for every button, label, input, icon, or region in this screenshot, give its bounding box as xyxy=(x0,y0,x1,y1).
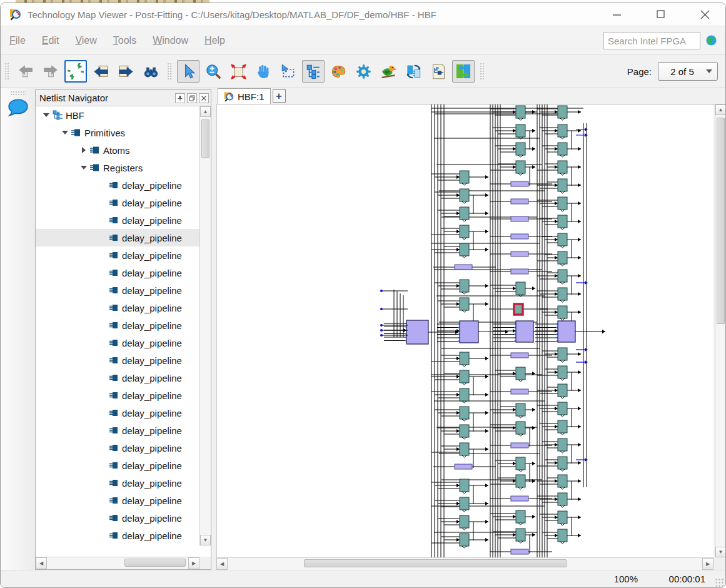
close-button[interactable] xyxy=(690,5,719,24)
navigator-horizontal-scrollbar[interactable]: ◀ ▶ xyxy=(36,557,199,569)
schematic-page-icon xyxy=(430,63,447,80)
canvas-scroll-left-button[interactable]: ◀ xyxy=(216,558,228,570)
expander-open-icon[interactable] xyxy=(41,113,52,117)
scroll-down-button[interactable]: ▼ xyxy=(200,535,211,545)
navigator-title: Netlist Navigator xyxy=(39,93,175,103)
canvas-scroll-right-button[interactable]: ▶ xyxy=(702,558,713,570)
tree-item-label: delay_pipeline xyxy=(122,460,182,471)
tree-item-delay_pipeline[interactable]: delay_pipeline xyxy=(36,387,200,404)
tree-item-delay_pipeline[interactable]: delay_pipeline xyxy=(36,352,200,369)
menu-file[interactable]: File xyxy=(9,35,26,46)
toolbar-drag-handle[interactable] xyxy=(4,63,9,80)
canvas-horizontal-scrollbar[interactable]: ◀ ▶ xyxy=(216,557,713,570)
side-strip-handle[interactable] xyxy=(10,91,26,96)
tree-item-delay_pipeline[interactable]: delay_pipeline xyxy=(36,474,200,492)
tree-item-delay_pipeline[interactable]: delay_pipeline xyxy=(36,264,200,281)
schematic-drawing[interactable] xyxy=(216,104,713,557)
next-page-button[interactable] xyxy=(114,60,137,83)
navigator-hscroll-thumb[interactable] xyxy=(124,559,186,567)
refresh-button[interactable] xyxy=(64,60,87,83)
select-tool-button[interactable] xyxy=(177,60,199,83)
scroll-right-button[interactable]: ▶ xyxy=(188,557,199,569)
comment-bubble-icon[interactable] xyxy=(7,98,29,118)
search-input[interactable] xyxy=(603,32,700,49)
menu-help[interactable]: Help xyxy=(204,35,225,46)
tree-item-delay_pipeline[interactable]: delay_pipeline xyxy=(36,369,200,387)
previous-page-button[interactable] xyxy=(89,60,112,83)
tree-item-delay_pipeline[interactable]: delay_pipeline xyxy=(36,281,200,299)
find-button[interactable] xyxy=(139,60,162,83)
tree-item-atoms[interactable]: Atoms xyxy=(36,141,200,159)
maximize-button[interactable] xyxy=(647,5,675,24)
pan-tool-button[interactable] xyxy=(252,60,275,83)
tree-item-hbf[interactable]: HBF xyxy=(36,106,200,124)
register-icon xyxy=(108,390,119,401)
scroll-up-button[interactable]: ▲ xyxy=(200,106,211,117)
tab-hbf-1[interactable]: HBF:1 xyxy=(218,88,271,104)
tree-item-label: delay_pipeline xyxy=(122,215,182,226)
tree-item-delay_pipeline[interactable]: delay_pipeline xyxy=(36,404,200,422)
canvas-scroll-up-button[interactable]: ▲ xyxy=(715,104,726,115)
color-settings-button[interactable] xyxy=(327,60,350,83)
zoom-tool-button[interactable] xyxy=(202,60,224,83)
expander-open-icon[interactable] xyxy=(59,131,71,134)
globe-icon[interactable] xyxy=(705,34,717,46)
tree-item-label: delay_pipeline xyxy=(122,443,182,454)
resize-grip[interactable] xyxy=(715,578,723,587)
menu-window[interactable]: Window xyxy=(153,35,188,46)
forward-button[interactable] xyxy=(39,60,62,83)
birds-eye-view-button[interactable] xyxy=(377,60,400,83)
tree-item-delay_pipeline[interactable]: delay_pipeline xyxy=(36,509,200,527)
tree-item-registers[interactable]: Registers xyxy=(36,159,200,176)
canvas-vertical-scrollbar[interactable]: ▲ ▼ xyxy=(715,104,726,557)
menu-items: FileEditViewToolsWindowHelp xyxy=(9,35,225,46)
tree-item-delay_pipeline[interactable]: delay_pipeline xyxy=(36,544,200,545)
back-button[interactable] xyxy=(14,60,37,83)
tree-item-delay_pipeline[interactable]: delay_pipeline xyxy=(36,334,200,352)
tree-item-delay_pipeline[interactable]: delay_pipeline xyxy=(36,492,200,509)
menu-view[interactable]: View xyxy=(75,35,96,46)
page-dropdown[interactable]: 2 of 5 xyxy=(658,62,718,81)
tree-item-delay_pipeline[interactable]: delay_pipeline xyxy=(36,457,200,474)
tree-item-delay_pipeline[interactable]: delay_pipeline xyxy=(36,527,200,544)
pin-button[interactable] xyxy=(175,93,185,103)
tree-item-delay_pipeline[interactable]: delay_pipeline xyxy=(36,317,200,334)
tree-item-delay_pipeline[interactable]: delay_pipeline xyxy=(36,211,200,229)
add-tab-button[interactable]: + xyxy=(273,89,286,103)
canvas-vscroll-thumb[interactable] xyxy=(717,118,725,324)
tile-views-button[interactable] xyxy=(452,60,475,83)
tree-item-primitives[interactable]: Primitives xyxy=(36,124,200,141)
tree-item-delay_pipeline[interactable]: delay_pipeline xyxy=(36,299,200,317)
navigator-vertical-scrollbar[interactable]: ▲ ▼ xyxy=(199,106,211,545)
float-button[interactable] xyxy=(187,93,197,103)
fit-view-button[interactable] xyxy=(227,60,250,83)
navigator-vscroll-thumb[interactable] xyxy=(201,119,209,158)
tree-item-label: delay_pipeline xyxy=(122,425,182,436)
module-icon-wrap xyxy=(89,144,102,156)
menu-edit[interactable]: Edit xyxy=(42,35,59,46)
tree-item-delay_pipeline[interactable]: delay_pipeline xyxy=(36,229,200,246)
expander-closed-icon[interactable] xyxy=(78,147,89,153)
tree-item-delay_pipeline[interactable]: delay_pipeline xyxy=(36,194,200,211)
tree-item-delay_pipeline[interactable]: delay_pipeline xyxy=(36,422,200,439)
minimize-button[interactable] xyxy=(603,5,632,24)
tree-item-delay_pipeline[interactable]: delay_pipeline xyxy=(36,439,200,457)
canvas-scroll-down-button[interactable]: ▼ xyxy=(715,547,726,557)
canvas-hscroll-thumb[interactable] xyxy=(304,559,567,567)
tree-item-delay_pipeline[interactable]: delay_pipeline xyxy=(36,246,200,264)
swap-views-button[interactable] xyxy=(402,60,425,83)
expander-open-icon[interactable] xyxy=(78,166,89,170)
pin-icon xyxy=(177,95,183,101)
panel-close-button[interactable] xyxy=(199,93,209,103)
toolbar-end-handle[interactable] xyxy=(480,63,485,80)
schematic-view-button[interactable] xyxy=(427,60,450,83)
netlist-navigator-button[interactable] xyxy=(302,60,325,83)
tree-item-label: Primitives xyxy=(84,128,125,138)
scroll-left-button[interactable]: ◀ xyxy=(36,557,47,569)
maximize-icon xyxy=(657,10,665,19)
rubberband-select-button[interactable] xyxy=(277,60,300,83)
settings-button[interactable] xyxy=(352,60,375,83)
menu-tools[interactable]: Tools xyxy=(113,35,136,46)
toolbar-separator-handle[interactable] xyxy=(167,63,172,80)
tree-item-delay_pipeline[interactable]: delay_pipeline xyxy=(36,176,200,194)
